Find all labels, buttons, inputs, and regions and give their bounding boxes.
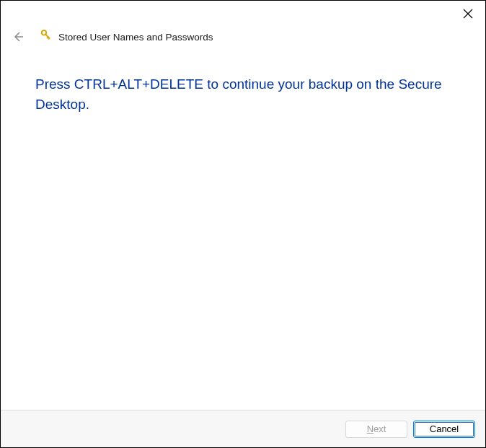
next-button-suffix: ext — [374, 423, 386, 434]
titlebar — [1, 1, 485, 24]
close-icon — [463, 9, 473, 19]
back-button — [11, 30, 25, 44]
footer: Next Cancel — [1, 410, 485, 447]
key-icon — [37, 30, 51, 44]
header: Stored User Names and Passwords — [1, 24, 485, 54]
content-area: Press CTRL+ALT+DELETE to continue your b… — [1, 54, 485, 410]
page-title: Stored User Names and Passwords — [58, 32, 213, 43]
close-button[interactable] — [461, 6, 475, 21]
instruction-text: Press CTRL+ALT+DELETE to continue your b… — [35, 74, 451, 114]
back-arrow-icon — [12, 31, 24, 43]
cancel-button[interactable]: Cancel — [413, 421, 475, 438]
cancel-button-label: Cancel — [430, 423, 459, 434]
dialog-window: Stored User Names and Passwords Press CT… — [1, 1, 485, 447]
next-button: Next — [345, 421, 407, 438]
next-button-mnemonic: N — [367, 423, 374, 434]
